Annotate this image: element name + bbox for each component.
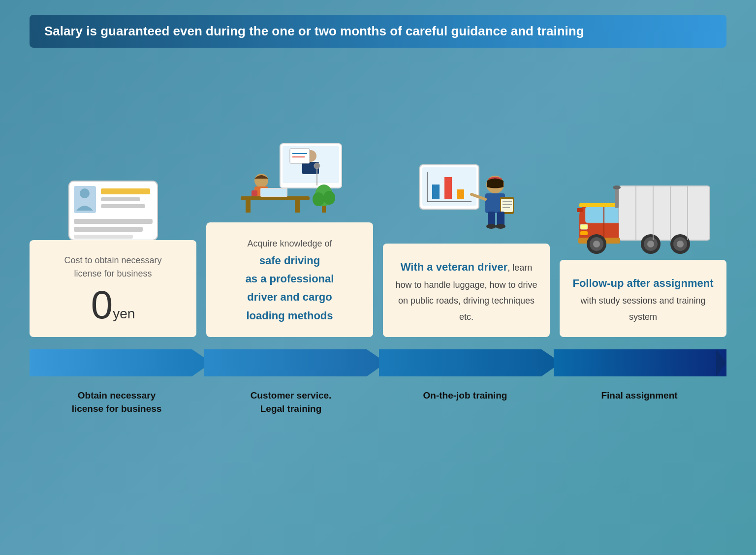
svg-rect-52 bbox=[577, 208, 583, 212]
svg-marker-73 bbox=[204, 349, 386, 376]
card-3-bold: With a veteran driver bbox=[401, 261, 507, 273]
svg-point-61 bbox=[647, 241, 654, 247]
svg-rect-4 bbox=[101, 197, 140, 201]
card-4-illustration bbox=[574, 169, 712, 262]
svg-rect-22 bbox=[295, 200, 300, 213]
card-1-price: 0 yen bbox=[39, 285, 187, 325]
card-3-text: With a veteran driver, learn how to hand… bbox=[393, 257, 540, 325]
card-4-box: Follow-up after assignment with study se… bbox=[560, 260, 726, 337]
card-4-text: Follow-up after assignment with study se… bbox=[569, 274, 717, 325]
svg-rect-6 bbox=[74, 219, 153, 224]
arrow-label-3: On-the-job training bbox=[378, 389, 552, 415]
header-banner-text: Salary is guaranteed even during the one… bbox=[44, 24, 584, 38]
card-4-bold: Follow-up after assignment bbox=[572, 277, 713, 289]
card-3-container: With a veteran driver, learn how to hand… bbox=[383, 157, 550, 337]
arrow-label-2: Customer service.Legal training bbox=[204, 389, 378, 415]
main-container: Salary is guaranteed even during the one… bbox=[0, 0, 756, 555]
svg-rect-5 bbox=[101, 204, 145, 208]
arrow-label-2-text: Customer service.Legal training bbox=[251, 390, 332, 414]
header-banner: Salary is guaranteed even during the one… bbox=[30, 15, 726, 48]
svg-marker-72 bbox=[30, 349, 212, 376]
svg-rect-8 bbox=[74, 235, 133, 239]
card-3-box: With a veteran driver, learn how to hand… bbox=[383, 244, 550, 337]
svg-rect-41 bbox=[501, 199, 513, 212]
svg-point-48 bbox=[496, 224, 505, 229]
svg-rect-51 bbox=[580, 231, 588, 235]
truck-icon bbox=[574, 171, 712, 262]
svg-point-64 bbox=[677, 241, 684, 247]
arrow-label-1: Obtain necessarylicense for business bbox=[30, 389, 204, 415]
arrow-labels-row: Obtain necessarylicense for business Cus… bbox=[30, 389, 726, 415]
card-2-text: Acquire knowledge of safe drivingas a pr… bbox=[216, 236, 363, 325]
card-1-container: Cost to obtain necessarylicense for busi… bbox=[30, 164, 196, 337]
svg-rect-25 bbox=[252, 190, 257, 196]
license-card-icon bbox=[66, 179, 160, 243]
svg-point-17 bbox=[314, 163, 320, 169]
arrow-label-4-text: Final assignment bbox=[601, 390, 677, 401]
svg-rect-20 bbox=[241, 196, 310, 200]
arrow-label-4: Final assignment bbox=[552, 389, 726, 415]
svg-point-71 bbox=[613, 185, 621, 189]
svg-rect-13 bbox=[290, 149, 310, 163]
arrows-container bbox=[30, 344, 726, 383]
svg-point-47 bbox=[486, 224, 496, 229]
online-learning-icon bbox=[236, 141, 344, 225]
svg-rect-50 bbox=[580, 224, 588, 229]
trainer-icon bbox=[417, 162, 516, 246]
arrow-label-1-text: Obtain necessarylicense for business bbox=[72, 390, 162, 414]
card-3-illustration bbox=[417, 157, 516, 246]
card-2-bold: safe drivingas a professionaldriver and … bbox=[246, 254, 334, 322]
card-1-illustration bbox=[66, 164, 160, 243]
svg-rect-24 bbox=[261, 189, 286, 196]
svg-rect-49 bbox=[619, 186, 710, 240]
svg-point-28 bbox=[313, 192, 324, 206]
svg-rect-32 bbox=[432, 185, 440, 199]
arrows-svg bbox=[30, 344, 726, 381]
svg-point-58 bbox=[593, 241, 600, 247]
card-4-container: Follow-up after assignment with study se… bbox=[560, 169, 726, 337]
card-1-box: Cost to obtain necessarylicense for busi… bbox=[30, 240, 196, 337]
svg-rect-33 bbox=[444, 177, 452, 199]
svg-rect-3 bbox=[101, 188, 150, 194]
svg-marker-74 bbox=[379, 349, 561, 376]
svg-rect-70 bbox=[615, 188, 619, 208]
svg-rect-21 bbox=[246, 200, 251, 213]
arrow-label-3-text: On-the-job training bbox=[423, 390, 507, 401]
card-2-illustration bbox=[236, 136, 344, 225]
card-1-zero: 0 bbox=[91, 285, 113, 325]
card-2-container: Acquire knowledge of safe drivingas a pr… bbox=[206, 136, 373, 337]
svg-rect-7 bbox=[74, 227, 143, 232]
svg-rect-69 bbox=[579, 203, 619, 207]
svg-marker-75 bbox=[554, 349, 726, 376]
svg-point-2 bbox=[80, 188, 90, 198]
card-1-yen: yen bbox=[113, 306, 135, 322]
card-2-box: Acquire knowledge of safe drivingas a pr… bbox=[206, 222, 373, 337]
card-1-text-1: Cost to obtain necessarylicense for busi… bbox=[39, 254, 187, 280]
svg-point-29 bbox=[323, 191, 335, 205]
cards-illustrations-row: Cost to obtain necessarylicense for busi… bbox=[30, 62, 726, 337]
svg-rect-34 bbox=[457, 189, 464, 199]
